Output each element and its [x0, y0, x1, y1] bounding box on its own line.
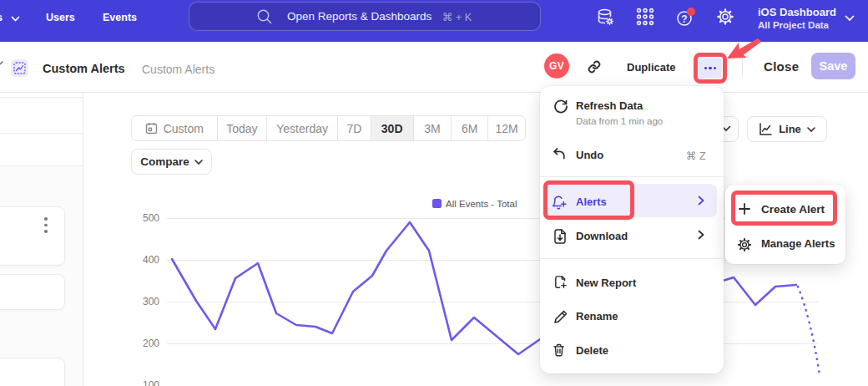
svg-text:200: 200	[143, 338, 159, 349]
svg-text:All Events - Total: All Events - Total	[446, 199, 517, 209]
svg-text:500: 500	[143, 212, 159, 224]
svg-text:400: 400	[143, 254, 159, 266]
svg-text:300: 300	[143, 296, 159, 307]
svg-text:100: 100	[143, 379, 159, 386]
